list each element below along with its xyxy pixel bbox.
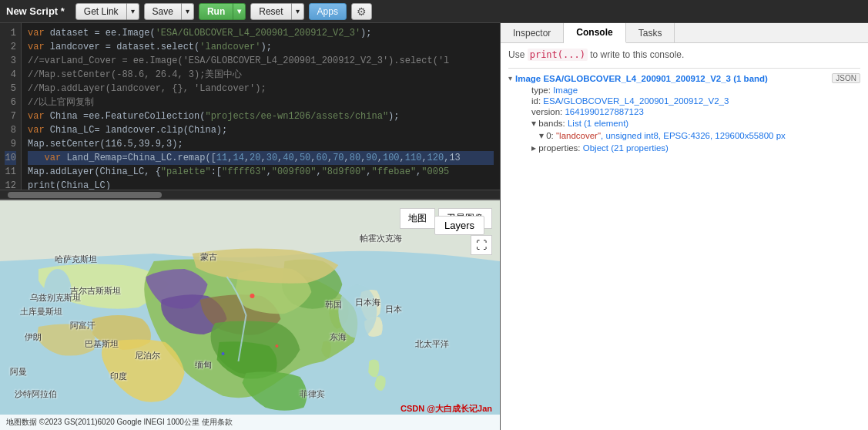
code-line-4: //Map.setCenter(-88.6, 26.4, 3);美国中心 bbox=[28, 68, 494, 82]
map-area[interactable]: Layers 地图 卫星图像 ⛶ 白令海 帕霍次克海 日本海 日本 韩国 东海 … bbox=[0, 200, 500, 430]
obj-arrow: ▾ bbox=[508, 74, 512, 82]
prop-id: id: ESA/GLOBCOVER_L4_200901_200912_V2_3 bbox=[516, 96, 860, 106]
script-title: New Script * bbox=[6, 5, 65, 17]
editor-area: 12345 6789 10 1112 var dataset = ee.Imag… bbox=[0, 23, 500, 200]
tab-console[interactable]: Console bbox=[564, 23, 625, 43]
svg-point-3 bbox=[250, 294, 255, 298]
code-line-5: //Map.addLayer(landcover, {}, 'Landcover… bbox=[28, 82, 494, 96]
prop-band-0: 0: "landcover", unsigned int8, EPSG:4326… bbox=[516, 129, 860, 142]
run-group: Run ▾ bbox=[199, 3, 246, 20]
code-line-12: print(China_LC) bbox=[28, 179, 494, 190]
console-divider bbox=[508, 68, 860, 69]
prop-properties: properties: Object (21 properties) bbox=[516, 142, 860, 154]
reset-dropdown[interactable]: ▾ bbox=[292, 3, 304, 20]
code-line-10: var Land_Remap=China_LC.remap([11,14,20,… bbox=[28, 151, 494, 165]
svg-point-1 bbox=[44, 269, 72, 315]
props-toggle[interactable] bbox=[531, 143, 538, 153]
code-line-3: //=varLand_Cover = ee.Image('ESA/GLOBCOV… bbox=[28, 54, 494, 68]
obj-header[interactable]: ▾ Image ESA/GLOBCOVER_L4_200901_200912_V… bbox=[508, 72, 860, 85]
get-link-group: Get Link ▾ bbox=[75, 3, 139, 20]
tab-tasks[interactable]: Tasks bbox=[626, 23, 675, 42]
map-type-map-button[interactable]: 地图 bbox=[400, 208, 435, 229]
run-dropdown[interactable]: ▾ bbox=[233, 3, 246, 20]
code-panel: 12345 6789 10 1112 var dataset = ee.Imag… bbox=[0, 23, 501, 430]
reset-button[interactable]: Reset bbox=[250, 3, 291, 20]
bands-toggle[interactable] bbox=[531, 119, 538, 128]
code-line-7: var China =ee.FeatureCollection("project… bbox=[28, 109, 494, 123]
code-line-11: Map.addLayer(China_LC, {"palette":["ffff… bbox=[28, 165, 494, 179]
main-layout: 12345 6789 10 1112 var dataset = ee.Imag… bbox=[0, 23, 868, 430]
settings-button[interactable]: ⚙ bbox=[351, 3, 372, 20]
panel-tabs: Inspector Console Tasks bbox=[501, 23, 868, 43]
prop-bands: bands: List (1 element) bbox=[516, 117, 860, 129]
svg-point-4 bbox=[275, 344, 278, 348]
get-link-button[interactable]: Get Link bbox=[75, 3, 127, 20]
editor-content: 12345 6789 10 1112 var dataset = ee.Imag… bbox=[0, 23, 500, 190]
band0-toggle[interactable] bbox=[539, 131, 546, 140]
tab-inspector[interactable]: Inspector bbox=[501, 23, 564, 42]
map-controls: Layers 地图 卫星图像 bbox=[400, 208, 492, 229]
reset-group: Reset ▾ bbox=[250, 3, 303, 20]
layers-button[interactable]: Layers bbox=[434, 216, 484, 235]
code-line-8: var China_LC= landcover.clip(China); bbox=[28, 123, 494, 137]
top-bar: New Script * Get Link ▾ Save ▾ Run ▾ Res… bbox=[0, 0, 868, 23]
scrollbar-thumb bbox=[8, 192, 162, 198]
obj-props: type: Image id: ESA/GLOBCOVER_L4_200901_… bbox=[508, 85, 860, 154]
json-badge[interactable]: JSON bbox=[832, 73, 860, 83]
code-line-9: Map.setCenter(116.5,39.9,3); bbox=[28, 137, 494, 151]
code-line-2: var landcover = dataset.select('landcove… bbox=[28, 40, 494, 54]
map-svg bbox=[0, 200, 500, 430]
prop-type: type: Image bbox=[516, 85, 860, 96]
apps-button[interactable]: Apps bbox=[309, 3, 347, 20]
code-editor[interactable]: var dataset = ee.Image('ESA/GLOBCOVER_L4… bbox=[22, 23, 500, 190]
right-panel: Inspector Console Tasks Use print(...) t… bbox=[501, 23, 868, 430]
object-tree: ▾ Image ESA/GLOBCOVER_L4_200901_200912_V… bbox=[508, 72, 860, 154]
code-line-1: var dataset = ee.Image('ESA/GLOBCOVER_L4… bbox=[28, 26, 494, 40]
get-link-dropdown[interactable]: ▾ bbox=[127, 3, 139, 20]
watermark: CSDN @大白成长记Jan bbox=[400, 403, 492, 415]
editor-scrollbar[interactable] bbox=[0, 190, 500, 199]
line-numbers: 12345 6789 10 1112 bbox=[0, 23, 22, 190]
run-button[interactable]: Run bbox=[199, 3, 233, 20]
save-dropdown[interactable]: ▾ bbox=[182, 3, 194, 20]
console-hint: Use print(...) to write to this console. bbox=[508, 49, 860, 60]
print-code: print(...) bbox=[528, 49, 588, 61]
prop-version: version: 1641990127887123 bbox=[516, 106, 860, 117]
map-footer-text: 地图数据 ©2023 GS(2011)6020 Google INEGI 100… bbox=[6, 417, 233, 428]
save-button[interactable]: Save bbox=[144, 3, 182, 20]
svg-point-5 bbox=[222, 352, 225, 355]
map-footer: 地图数据 ©2023 GS(2011)6020 Google INEGI 100… bbox=[0, 415, 500, 430]
obj-image-title: Image ESA/GLOBCOVER_L4_200901_200912_V2_… bbox=[515, 74, 768, 83]
console-panel: Use print(...) to write to this console.… bbox=[501, 43, 868, 430]
svg-point-2 bbox=[338, 284, 377, 338]
save-group: Save ▾ bbox=[144, 3, 194, 20]
fullscreen-button[interactable]: ⛶ bbox=[471, 235, 492, 255]
code-line-6: //以上官网复制 bbox=[28, 96, 494, 109]
